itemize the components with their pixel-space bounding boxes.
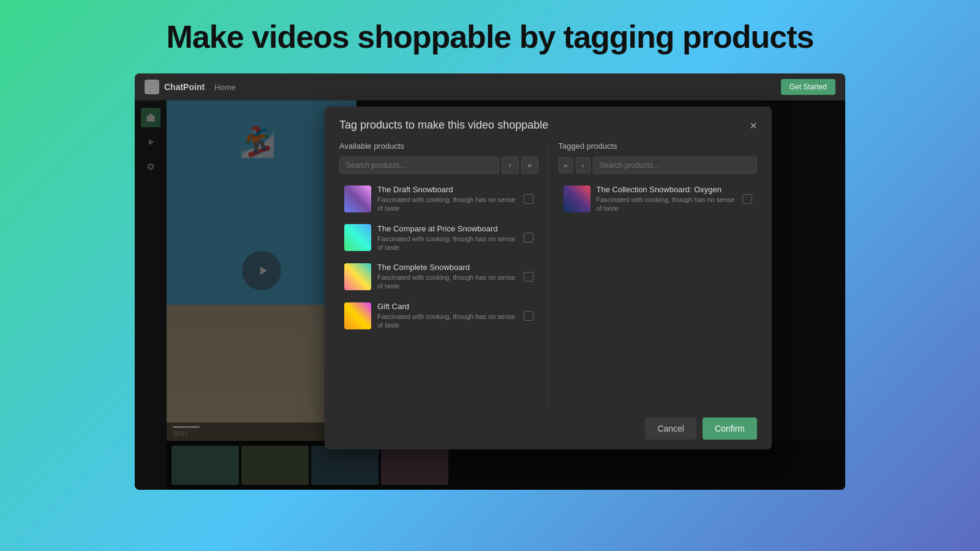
search-next-button[interactable]: › xyxy=(502,157,519,174)
page-title: Make videos shoppable by tagging product… xyxy=(167,18,814,55)
product-desc-collection-oxygen: Fascinated with cooking, though has no s… xyxy=(597,195,737,213)
app-header: ChatPoint Home Get Started xyxy=(135,73,845,100)
product-name-gift-card: Gift Card xyxy=(377,302,518,311)
product-desc-compare-snowboard: Fascinated with cooking, though has no s… xyxy=(377,234,518,252)
logo-icon xyxy=(145,80,159,94)
product-name-draft-snowboard: The Draft Snowboard xyxy=(377,185,518,194)
confirm-button[interactable]: Confirm xyxy=(703,418,757,440)
product-thumb-draft-snowboard xyxy=(344,186,371,212)
search-last-button[interactable]: » xyxy=(521,157,538,174)
product-info-collection-oxygen: The Collection Snowboard: Oxygen Fascina… xyxy=(597,185,737,213)
product-item-compare-snowboard[interactable]: The Compare at Price Snowboard Fascinate… xyxy=(339,219,538,257)
logo-text: ChatPoint xyxy=(164,82,205,92)
product-checkbox-gift-card[interactable] xyxy=(524,311,533,321)
available-products-label: Available products xyxy=(339,141,538,151)
product-item-complete-snowboard[interactable]: The Complete Snowboard Fascinated with c… xyxy=(339,258,538,296)
product-checkbox-draft-snowboard[interactable] xyxy=(524,194,533,204)
product-thumb-complete-snowboard xyxy=(344,263,371,290)
product-item-draft-snowboard[interactable]: The Draft Snowboard Fascinated with cook… xyxy=(339,180,538,218)
main-content: 🏂 00:01 00:08 xyxy=(167,100,845,490)
product-checkbox-compare-snowboard[interactable] xyxy=(524,233,533,242)
product-name-complete-snowboard: The Complete Snowboard xyxy=(377,263,518,272)
available-product-list: The Draft Snowboard Fascinated with cook… xyxy=(339,180,538,334)
product-item-gift-card[interactable]: Gift Card Fascinated with cooking, thoug… xyxy=(339,297,538,335)
app-window: ChatPoint Home Get Started 🏂 xyxy=(135,73,845,490)
product-thumb-compare-snowboard xyxy=(344,224,371,251)
modal-footer: Cancel Confirm xyxy=(325,408,772,449)
product-info-draft-snowboard: The Draft Snowboard Fascinated with cook… xyxy=(377,185,518,213)
tagged-product-list: The Collection Snowboard: Oxygen Fascina… xyxy=(559,180,758,218)
modal-body: Available products › » xyxy=(325,141,772,408)
tagged-first-button[interactable]: « xyxy=(559,157,573,173)
tag-products-modal: Tag products to make this video shoppabl… xyxy=(325,107,772,449)
product-name-compare-snowboard: The Compare at Price Snowboard xyxy=(377,224,518,233)
get-started-button[interactable]: Get Started xyxy=(781,79,835,95)
modal-title: Tag products to make this video shoppabl… xyxy=(339,119,548,132)
app-body: 🏂 00:01 00:08 xyxy=(135,100,845,490)
video-section: 🏂 00:01 00:08 xyxy=(167,100,845,441)
tagged-prev-button[interactable]: ‹ xyxy=(576,157,590,173)
product-thumb-gift-card xyxy=(344,302,371,329)
product-desc-draft-snowboard: Fascinated with cooking, though has no s… xyxy=(377,195,518,213)
product-checkbox-collection-oxygen[interactable] xyxy=(742,194,752,204)
product-desc-complete-snowboard: Fascinated with cooking, though has no s… xyxy=(377,273,518,291)
modal-close-button[interactable]: × xyxy=(750,119,757,132)
product-checkbox-complete-snowboard[interactable] xyxy=(524,272,533,282)
tagged-products-panel: Tagged products « ‹ xyxy=(559,141,758,408)
panel-divider xyxy=(548,141,549,408)
product-info-compare-snowboard: The Compare at Price Snowboard Fascinate… xyxy=(377,224,518,252)
tagged-product-item-collection-oxygen[interactable]: The Collection Snowboard: Oxygen Fascina… xyxy=(559,180,758,218)
tagged-products-label: Tagged products xyxy=(559,141,758,151)
modal-overlay: Tag products to make this video shoppabl… xyxy=(135,100,845,490)
product-info-complete-snowboard: The Complete Snowboard Fascinated with c… xyxy=(377,263,518,291)
product-desc-gift-card: Fascinated with cooking, though has no s… xyxy=(377,312,518,330)
modal-header: Tag products to make this video shoppabl… xyxy=(325,107,772,141)
available-products-panel: Available products › » xyxy=(339,141,538,408)
product-thumb-collection-oxygen xyxy=(564,186,590,212)
available-search-row: › » xyxy=(339,157,538,174)
tagged-search-input[interactable] xyxy=(593,157,758,174)
available-search-input[interactable] xyxy=(339,157,499,174)
cancel-button[interactable]: Cancel xyxy=(645,418,696,440)
tagged-search-row: « ‹ xyxy=(559,157,758,174)
product-info-gift-card: Gift Card Fascinated with cooking, thoug… xyxy=(377,302,518,330)
app-logo: ChatPoint xyxy=(145,80,205,94)
nav-home[interactable]: Home xyxy=(214,83,236,92)
product-name-collection-oxygen: The Collection Snowboard: Oxygen xyxy=(597,185,737,194)
